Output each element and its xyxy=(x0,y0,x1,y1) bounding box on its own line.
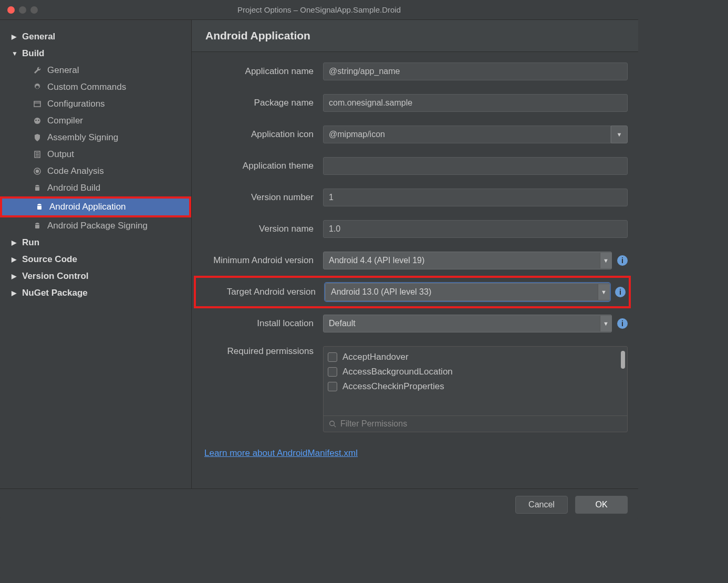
sidebar-item-run[interactable]: ▶ Run xyxy=(0,234,191,251)
sidebar-item-configurations[interactable]: Configurations xyxy=(0,96,191,112)
sidebar-item-android-package-signing[interactable]: Android Package Signing xyxy=(0,217,191,234)
project-options-window: Project Options – OneSignalApp.Sample.Dr… xyxy=(0,0,638,520)
minimize-window-button[interactable] xyxy=(19,6,26,14)
sidebar-item-build[interactable]: ▼ Build xyxy=(0,45,191,62)
ok-button[interactable]: OK xyxy=(575,496,628,514)
sidebar-item-output[interactable]: Output xyxy=(0,146,191,163)
svg-point-11 xyxy=(330,421,335,426)
titlebar: Project Options – OneSignalApp.Sample.Dr… xyxy=(0,0,638,20)
svg-line-12 xyxy=(334,425,336,428)
dropdown-app-icon[interactable]: ▼ xyxy=(611,126,628,143)
label-install-location: Install location xyxy=(197,318,323,329)
label-required-permissions: Required permissions xyxy=(197,346,323,357)
maximize-window-button[interactable] xyxy=(30,6,38,14)
chevron-right-icon: ▶ xyxy=(12,239,18,246)
content-area: ▶ General ▼ Build General Custom Command… xyxy=(0,20,638,488)
chevron-down-icon: ▼ xyxy=(12,50,18,57)
sidebar-item-build-general[interactable]: General xyxy=(0,62,191,79)
target-version-highlight: Target Android version Android 13.0 (API… xyxy=(194,276,631,308)
android-icon xyxy=(33,183,42,193)
label-app-name: Application name xyxy=(197,66,323,77)
chevron-down-icon: ▼ xyxy=(598,284,609,300)
target-icon xyxy=(33,166,42,176)
search-icon xyxy=(329,420,336,428)
document-icon xyxy=(33,150,42,159)
label-app-theme: Application theme xyxy=(197,161,323,171)
svg-point-2 xyxy=(34,118,40,124)
info-icon[interactable]: i xyxy=(617,255,628,266)
sidebar-item-version-control[interactable]: ▶ Version Control xyxy=(0,268,191,285)
label-min-version: Minimum Android version xyxy=(197,255,323,266)
badge-icon xyxy=(33,133,42,142)
sidebar-item-assembly-signing[interactable]: Assembly Signing xyxy=(0,129,191,146)
close-window-button[interactable] xyxy=(7,6,15,14)
learn-more-link[interactable]: Learn more about AndroidManifest.xml xyxy=(204,448,358,458)
sidebar-selected-highlight: Android Application xyxy=(0,196,191,217)
permissions-list: AcceptHandover AccessBackgroundLocation … xyxy=(323,346,628,432)
android-icon xyxy=(33,221,42,231)
svg-point-10 xyxy=(36,170,39,173)
chevron-right-icon: ▶ xyxy=(12,289,18,297)
sidebar-item-general[interactable]: ▶ General xyxy=(0,28,191,45)
svg-rect-0 xyxy=(34,101,40,107)
window-icon xyxy=(33,99,42,109)
label-app-icon: Application icon xyxy=(197,129,323,140)
sidebar-item-custom-commands[interactable]: Custom Commands xyxy=(0,79,191,96)
chevron-down-icon: ▼ xyxy=(600,316,611,331)
label-package-name: Package name xyxy=(197,98,323,108)
permission-item[interactable]: AccessBackgroundLocation xyxy=(328,365,623,379)
main-panel: Android Application Application name @st… xyxy=(192,20,638,488)
sidebar-item-code-analysis[interactable]: Code Analysis xyxy=(0,163,191,180)
sidebar-item-source-code[interactable]: ▶ Source Code xyxy=(0,251,191,268)
sidebar-item-android-application[interactable]: Android Application xyxy=(2,199,189,215)
svg-point-3 xyxy=(35,120,36,121)
form-area: Application name @string/app_name Packag… xyxy=(192,52,638,464)
cancel-button[interactable]: Cancel xyxy=(515,496,568,514)
checkbox[interactable] xyxy=(328,352,337,362)
label-version-name: Version name xyxy=(197,224,323,234)
window-title: Project Options – OneSignalApp.Sample.Dr… xyxy=(237,5,401,14)
wrench-icon xyxy=(33,66,42,75)
input-app-theme[interactable] xyxy=(323,157,628,175)
select-install-location[interactable]: Default ▼ xyxy=(323,315,612,332)
permissions-filter[interactable]: Filter Permissions xyxy=(324,415,627,432)
input-app-name[interactable]: @string/app_name xyxy=(323,63,628,80)
sidebar-item-android-build[interactable]: Android Build xyxy=(0,180,191,196)
chevron-right-icon: ▶ xyxy=(12,256,18,263)
input-version-number[interactable]: 1 xyxy=(323,189,628,206)
scrollbar[interactable] xyxy=(621,351,625,369)
select-min-version[interactable]: Android 4.4 (API level 19) ▼ xyxy=(323,252,612,269)
label-target-version: Target Android version xyxy=(199,287,325,297)
sidebar-item-nuget-package[interactable]: ▶ NuGet Package xyxy=(0,285,191,301)
chevron-right-icon: ▶ xyxy=(12,273,18,280)
input-app-icon[interactable]: @mipmap/icon xyxy=(323,126,611,143)
input-version-name[interactable]: 1.0 xyxy=(323,220,628,238)
robot-icon xyxy=(33,116,42,126)
permission-item[interactable]: AcceptHandover xyxy=(328,350,623,365)
window-controls xyxy=(0,6,38,14)
chevron-down-icon: ▼ xyxy=(600,253,611,268)
info-icon[interactable]: i xyxy=(615,287,626,297)
sidebar: ▶ General ▼ Build General Custom Command… xyxy=(0,20,192,488)
page-title: Android Application xyxy=(192,20,638,52)
checkbox[interactable] xyxy=(328,382,337,391)
android-icon xyxy=(35,202,44,212)
input-package-name[interactable]: com.onesignal.sample xyxy=(323,94,628,112)
checkbox[interactable] xyxy=(328,367,337,377)
sidebar-item-compiler[interactable]: Compiler xyxy=(0,112,191,129)
permission-item[interactable]: AccessCheckinProperties xyxy=(328,379,623,394)
chevron-right-icon: ▶ xyxy=(12,33,18,40)
gear-icon xyxy=(33,82,42,92)
label-version-number: Version number xyxy=(197,192,323,203)
dialog-footer: Cancel OK xyxy=(0,488,638,520)
select-target-version[interactable]: Android 13.0 (API level 33) ▼ xyxy=(325,283,610,301)
info-icon[interactable]: i xyxy=(617,318,628,329)
svg-point-4 xyxy=(38,120,39,121)
